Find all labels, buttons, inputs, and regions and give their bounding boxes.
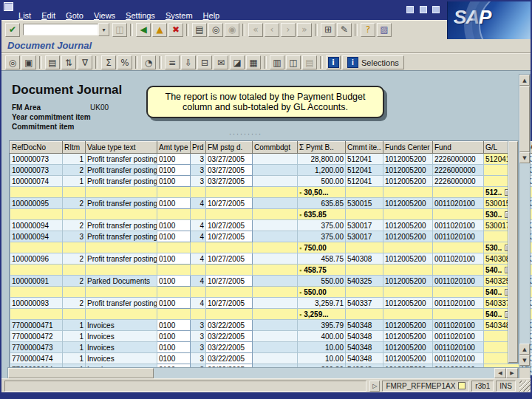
cell-refdocno[interactable] [10, 265, 63, 276]
cell-refdocno[interactable] [10, 309, 63, 320]
cell-cmmtitem[interactable]: 530017 [346, 220, 383, 231]
cell-refdocno[interactable] [10, 209, 63, 220]
cell-cmmtitem[interactable] [346, 242, 383, 253]
cell-fund[interactable]: 0011020100 [433, 353, 484, 364]
column-header-vtype[interactable]: Value type text [86, 142, 157, 154]
cell-ritm[interactable]: 1 [63, 331, 86, 342]
cell-amttype[interactable] [157, 287, 191, 298]
cell-commbdgt[interactable] [253, 253, 298, 265]
save-list-button[interactable]: ▣ [21, 55, 36, 69]
cell-cmmtitem[interactable]: 540308 [346, 253, 383, 265]
column-header-commbdgt[interactable]: Commbdgt [253, 142, 298, 154]
find-button[interactable]: ◎ [208, 23, 223, 37]
status-list-icon[interactable] [458, 382, 466, 389]
spreadsheet-button[interactable]: ⊟ [197, 55, 212, 69]
cell-ritm[interactable]: 1 [63, 342, 86, 353]
cell-ritm[interactable]: 1 [63, 176, 86, 187]
cell-pymt[interactable]: 10.00 [298, 353, 346, 364]
cell-prd[interactable]: 4 [191, 253, 206, 265]
cell-refdocno[interactable]: 7700000474 [10, 353, 63, 364]
cell-prd[interactable]: 4 [191, 220, 206, 231]
cell-fmpstg[interactable]: 03/22/2005 [206, 342, 253, 353]
cell-refdocno[interactable]: 100000095 [10, 198, 63, 209]
first-page-button[interactable]: « [248, 23, 263, 37]
cell-cmmtitem[interactable]: 530015 [346, 198, 383, 209]
cell-ritm[interactable]: 2 [63, 165, 86, 176]
column-header-cmmtitem[interactable]: Cmmt ite.. [346, 142, 383, 154]
cell-pymt[interactable]: 3,259.71 [298, 298, 346, 309]
cell-vtype[interactable]: Parked Documents [86, 276, 157, 287]
command-input[interactable] [23, 24, 98, 35]
cell-fmpstg[interactable]: 10/27/2005 [206, 298, 253, 309]
cell-cmmtitem[interactable]: 540348 [346, 342, 383, 353]
cell-prd[interactable]: 3 [191, 331, 206, 342]
cell-cmmtitem[interactable]: 540325 [346, 276, 383, 287]
cell-vtype[interactable]: Profit transfer postings [86, 298, 157, 309]
column-header-fmpstg[interactable]: FM pstg d. [206, 142, 253, 154]
cell-fund[interactable] [433, 242, 484, 253]
cell-fmpstg[interactable] [206, 209, 253, 220]
cell-prd[interactable]: 3 [191, 353, 206, 364]
cell-fund[interactable]: 2226000000 [433, 165, 484, 176]
menu-edit[interactable]: Edit [36, 10, 61, 21]
cell-prd[interactable]: 3 [191, 154, 206, 165]
cell-prd[interactable]: 4 [191, 231, 206, 242]
cell-fund[interactable]: 0011020100 [433, 276, 484, 287]
cell-fundsctr[interactable]: 1012005200 [383, 176, 433, 187]
cell-fundsctr[interactable]: 1012005200 [383, 198, 433, 209]
cell-ritm[interactable]: 2 [63, 198, 86, 209]
cell-vtype[interactable]: Profit transfer postings [86, 165, 157, 176]
prev-page-button[interactable]: ‹ [265, 23, 279, 37]
cell-prd[interactable]: 3 [191, 176, 206, 187]
status-transaction[interactable]: FMRP_RFFMEP1AX [382, 381, 469, 392]
cell-fmpstg[interactable]: 03/22/2005 [206, 353, 253, 364]
cell-prd[interactable] [191, 265, 206, 276]
cell-fmpstg[interactable] [206, 187, 253, 198]
cell-fund[interactable]: 0011020100 [433, 220, 484, 231]
view-3-button[interactable]: ▤ [302, 55, 317, 69]
cell-amttype[interactable] [157, 209, 191, 220]
cell-pymt[interactable]: 28,800.00 [298, 154, 346, 165]
cell-refdocno[interactable] [10, 287, 63, 298]
cell-fund[interactable] [433, 209, 484, 220]
cell-refdocno[interactable]: 100000073 [10, 165, 63, 176]
cell-cmmtitem[interactable]: 530017 [346, 231, 383, 242]
cell-commbdgt[interactable] [253, 187, 298, 198]
abc-analysis-button[interactable]: ◔ [141, 55, 156, 69]
cell-fund[interactable]: 2226000000 [433, 176, 484, 187]
cell-ritm[interactable] [63, 242, 86, 253]
cell-cmmtitem[interactable] [346, 309, 383, 320]
cell-amttype[interactable]: 0100 [157, 342, 191, 353]
scroll-track[interactable] [519, 163, 530, 344]
cell-fundsctr[interactable] [383, 309, 433, 320]
cell-pymt[interactable]: 500.00 [298, 176, 346, 187]
cell-commbdgt[interactable] [253, 331, 298, 342]
cell-cmmtitem[interactable] [346, 209, 383, 220]
choose-detail-button[interactable]: ◎ [5, 55, 20, 69]
cell-pymt[interactable]: ▪635.85 [298, 209, 346, 220]
cell-amttype[interactable]: 0100 [157, 276, 191, 287]
cell-fmpstg[interactable]: 03/27/2005 [206, 165, 253, 176]
cell-cmmtitem[interactable]: 540337 [346, 298, 383, 309]
total-button[interactable]: Σ [101, 55, 116, 69]
cell-amttype[interactable]: 0100 [157, 198, 191, 209]
cell-pymt[interactable]: 375.00 [298, 231, 346, 242]
cell-refdocno[interactable]: 100000073 [10, 154, 63, 165]
cell-commbdgt[interactable] [253, 209, 298, 220]
cell-fund[interactable]: 0011020100 [433, 342, 484, 353]
minimize-button[interactable] [406, 6, 414, 13]
cell-fmpstg[interactable]: 10/27/2005 [206, 253, 253, 265]
cell-fundsctr[interactable] [383, 265, 433, 276]
cell-fund[interactable] [433, 309, 484, 320]
cell-prd[interactable]: 4 [191, 198, 206, 209]
cell-vtype[interactable] [86, 187, 157, 198]
cell-cmmtitem[interactable]: 512041 [346, 176, 383, 187]
cell-vtype[interactable]: Profit transfer postings [86, 198, 157, 209]
view-2-button[interactable]: ◫ [286, 55, 301, 69]
cell-commbdgt[interactable] [253, 176, 298, 187]
cell-vtype[interactable]: Profit transfer postings [86, 253, 157, 265]
cell-cmmtitem[interactable] [346, 187, 383, 198]
column-header-fund[interactable]: Fund [433, 142, 484, 154]
page-vertical-scrollbar[interactable]: ▲ ▼ ▲ ▼ [519, 74, 531, 366]
cell-amttype[interactable]: 0100 [157, 220, 191, 231]
